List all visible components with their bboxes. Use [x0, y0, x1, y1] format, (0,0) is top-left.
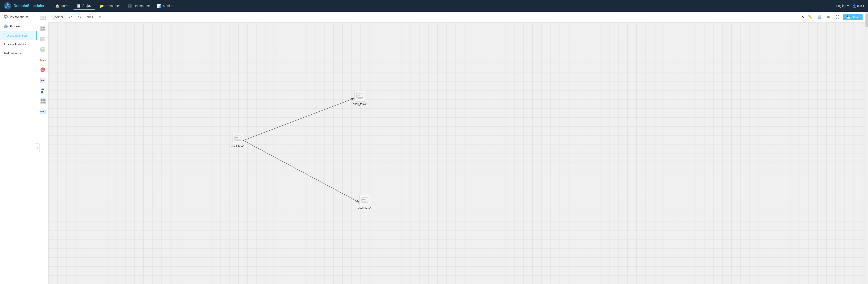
- svg-text:SQL: SQL: [41, 48, 44, 50]
- sidebar-collapse-button[interactable]: ‹: [35, 143, 39, 152]
- tool-shell[interactable]: shell: [38, 13, 48, 23]
- node-shell_task2[interactable]: shell shell_task2: [353, 91, 367, 106]
- node-shell_task1[interactable]: shell shell_task1: [231, 133, 245, 148]
- http-tool-icon: HTTP: [39, 109, 46, 115]
- sidebar-item-process-instance[interactable]: Process Instance: [0, 40, 37, 49]
- svg-rect-30: [41, 99, 42, 101]
- sidebar-item-label-process-instance: Process Instance: [4, 43, 26, 46]
- user-name: cxc: [857, 4, 862, 8]
- tool-python[interactable]: [38, 86, 48, 96]
- sidebar-item-label-process-definition: Process definition: [4, 34, 27, 37]
- svg-point-28: [43, 92, 44, 93]
- language-selector[interactable]: English ▾: [836, 4, 849, 8]
- nav-resources[interactable]: 📁 Resources: [96, 2, 124, 9]
- svg-point-27: [41, 90, 42, 90]
- sidebar-item-label-process: Process: [10, 25, 21, 28]
- tool-spark[interactable]: Spark: [38, 55, 48, 65]
- nav-monitor-label: Monitor: [163, 4, 174, 8]
- project-icon: 📋: [76, 4, 81, 8]
- nav-home[interactable]: 🏠 Home: [52, 2, 72, 9]
- svg-rect-32: [41, 102, 42, 103]
- svg-rect-42: [235, 140, 241, 140]
- svg-point-20: [40, 50, 45, 52]
- svg-rect-9: [40, 19, 45, 20]
- process-icon: ⚙️: [4, 24, 8, 29]
- view-button[interactable]: ⊞: [825, 13, 832, 21]
- sidebar-item-process-definition[interactable]: Process definition: [0, 31, 37, 40]
- sidebar-item-project-home[interactable]: 🏠 Project Home: [0, 12, 37, 22]
- procedure-tool-icon: [39, 36, 46, 42]
- subprocess-tool-icon: [39, 26, 46, 32]
- redo-button[interactable]: ↪: [76, 13, 83, 21]
- node-label-shell_task1: shell_task1: [231, 145, 245, 148]
- svg-rect-48: [357, 97, 363, 98]
- user-icon: 👤: [852, 4, 856, 8]
- svg-rect-50: [359, 98, 361, 99]
- toolbar: Toolbar ↩ ↪ shell ⧉ ↖ ✏️ 🗑️ ⊞ ⛶ 💾 Save: [49, 12, 865, 23]
- top-navigation: DolphinScheduler 🏠 Home 📋 Project 📁 Reso…: [0, 0, 868, 12]
- shell-tool-icon: shell: [39, 15, 46, 22]
- svg-rect-56: [364, 203, 366, 203]
- svg-rect-12: [43, 27, 44, 29]
- sidebar: 🏠 Project Home ⚙️ Process Process defini…: [0, 12, 37, 284]
- tool-dependent[interactable]: [38, 97, 48, 106]
- workflow-canvas[interactable]: shell shell_task1 shell shell_task2 shel…: [49, 23, 865, 284]
- save-label: Save: [852, 15, 859, 19]
- svg-text:shell: shell: [357, 94, 360, 96]
- save-icon: 💾: [846, 15, 850, 19]
- svg-text:Spark: Spark: [40, 59, 46, 61]
- sql-tool-icon: SQL: [39, 46, 46, 52]
- svg-point-0: [4, 2, 11, 9]
- copy-button[interactable]: ⧉: [97, 13, 104, 21]
- node-icon-shell_task1: shell: [232, 133, 243, 144]
- user-menu[interactable]: 👤 cxc ▾: [852, 4, 864, 8]
- chevron-down-icon: ▾: [847, 4, 849, 8]
- svg-text:shell: shell: [41, 17, 44, 19]
- svg-rect-13: [41, 29, 42, 31]
- svg-text:Flink: Flink: [41, 69, 45, 71]
- svg-rect-33: [43, 102, 45, 103]
- node-icon-shell_task3: shell: [360, 195, 370, 206]
- right-scrollbar[interactable]: [865, 12, 868, 284]
- logo[interactable]: DolphinScheduler: [4, 2, 44, 10]
- tool-procedure[interactable]: [38, 34, 48, 44]
- tool-http[interactable]: HTTP: [38, 107, 48, 116]
- tab-name: shell: [85, 14, 95, 20]
- scrollbar-thumb: [866, 13, 868, 27]
- sidebar-item-label-project-home: Project Home: [10, 15, 28, 18]
- dependent-tool-icon: [39, 98, 46, 105]
- home-icon: 🏠: [55, 4, 60, 8]
- node-label-shell_task2: shell_task2: [353, 103, 367, 106]
- tool-flink[interactable]: Flink: [38, 66, 48, 75]
- flink-tool-icon: Flink: [39, 67, 46, 73]
- svg-point-1: [6, 3, 9, 6]
- nav-datasource[interactable]: 🗄️ Datasource: [125, 2, 153, 9]
- canvas-area: Toolbar ↩ ↪ shell ⧉ ↖ ✏️ 🗑️ ⊞ ⛶ 💾 Save: [49, 12, 865, 284]
- tool-subprocess[interactable]: [38, 24, 48, 33]
- toolbar-actions: ✏️ 🗑️ ⊞ ⛶ 💾 Save: [807, 13, 863, 21]
- delete-button[interactable]: 🗑️: [816, 13, 823, 21]
- nav-resources-label: Resources: [105, 4, 121, 8]
- resources-icon: 📁: [99, 4, 104, 8]
- node-shell_task3[interactable]: shell shell_task3: [358, 195, 372, 210]
- monitor-icon: 📊: [157, 4, 161, 8]
- tool-mr[interactable]: MR: [38, 76, 48, 85]
- edit-button[interactable]: ✏️: [807, 13, 814, 21]
- nav-monitor[interactable]: 📊 Monitor: [154, 2, 177, 9]
- svg-rect-31: [43, 99, 45, 101]
- tool-sql[interactable]: SQL: [38, 45, 48, 54]
- save-button[interactable]: 💾 Save: [843, 14, 863, 20]
- undo-button[interactable]: ↩: [67, 13, 74, 21]
- svg-text:shell: shell: [235, 137, 238, 138]
- svg-point-17: [40, 39, 45, 41]
- nav-right: English ▾ 👤 cxc ▾: [836, 4, 864, 8]
- svg-text:HTTP: HTTP: [40, 111, 44, 113]
- datasource-icon: 🗄️: [128, 4, 132, 8]
- sidebar-item-process[interactable]: ⚙️ Process: [0, 22, 37, 31]
- svg-rect-11: [41, 27, 42, 29]
- svg-line-37: [243, 98, 354, 140]
- svg-line-38: [243, 140, 360, 203]
- fullscreen-button[interactable]: ⛶: [834, 13, 841, 21]
- sidebar-item-task-instance[interactable]: Task Instance: [0, 49, 37, 58]
- nav-project[interactable]: 📋 Project: [73, 2, 95, 10]
